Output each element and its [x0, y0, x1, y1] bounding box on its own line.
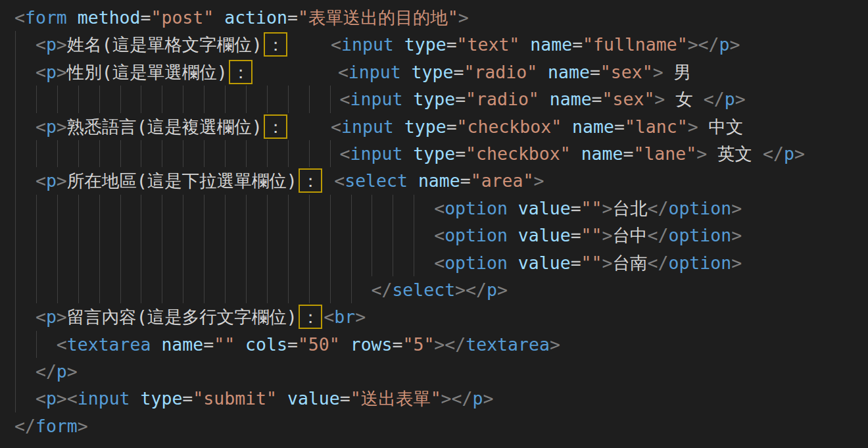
code-token-attr: name — [581, 143, 623, 164]
code-token-txt — [14, 334, 57, 355]
code-line[interactable]: <textarea name="" cols="50" rows="5"></t… — [14, 331, 868, 358]
code-token-eq: = — [614, 116, 625, 137]
code-token-attr: name — [418, 170, 460, 191]
code-line[interactable]: <input type="radio" name="sex"> 女 </p> — [14, 86, 868, 112]
indent-guide — [246, 86, 247, 112]
indent-guide — [36, 276, 37, 303]
indent-guide — [15, 222, 16, 249]
code-token-punc: </ — [14, 416, 36, 436]
code-token-punc: < — [434, 253, 445, 273]
code-token-punc: > — [550, 334, 560, 355]
code-token-punc: > — [483, 388, 493, 409]
code-token-txt — [571, 143, 581, 164]
code-token-punc: > — [57, 116, 67, 137]
indent-guide — [57, 140, 58, 167]
indent-guide — [15, 86, 16, 112]
code-token-punc: > — [731, 198, 742, 218]
indent-guide — [141, 86, 141, 112]
indent-guide — [351, 249, 352, 276]
code-token-str: "" — [581, 253, 602, 273]
code-token-eq: = — [460, 170, 471, 191]
code-line[interactable]: <option value="">台南</option> — [14, 249, 868, 276]
code-line[interactable]: </p> — [14, 358, 868, 385]
code-token-txt — [14, 170, 36, 191]
code-line[interactable]: <p>所在地區(這是下拉選單欄位)： <select name="area"> — [14, 167, 868, 194]
code-token-punc: < — [340, 89, 350, 109]
indent-guide — [225, 86, 226, 112]
indent-guide — [183, 195, 183, 222]
indent-guide — [267, 249, 268, 276]
code-line[interactable]: <option value="">台中</option> — [14, 222, 868, 249]
code-line[interactable]: <input type="checkbox" name="lane"> 英文 <… — [14, 140, 868, 167]
code-token-punc: ></ — [441, 388, 473, 409]
code-token-txt — [519, 34, 530, 55]
code-token-punc: ></ — [455, 280, 487, 300]
code-token-tag: p — [784, 143, 794, 164]
code-token-eq: = — [287, 334, 298, 355]
code-token-eq: = — [340, 388, 350, 409]
code-token-txt — [537, 62, 548, 82]
code-token-punc: < — [36, 170, 46, 191]
indent-guide — [183, 86, 183, 112]
indent-guide — [351, 222, 352, 249]
code-token-tag: option — [668, 253, 731, 273]
indent-guide — [330, 86, 331, 112]
indent-guide — [57, 222, 58, 249]
code-token-tag: br — [334, 307, 355, 327]
indent-guide — [15, 195, 16, 222]
code-token-tag: input — [350, 143, 403, 164]
code-token-str: "fullname" — [583, 34, 688, 55]
code-line[interactable]: <form method="post" action="表單送出的目的地"> — [14, 4, 868, 31]
code-token-punc: </ — [763, 143, 784, 164]
code-token-txt — [214, 7, 224, 28]
indent-guide — [120, 140, 121, 167]
indent-guide — [162, 276, 162, 303]
code-token-tag: form — [25, 7, 67, 28]
indent-guide — [330, 140, 331, 167]
code-token-punc: < — [57, 334, 67, 355]
code-token-txt — [539, 89, 550, 109]
code-token-attr: value — [518, 198, 571, 218]
indent-guide — [351, 276, 352, 303]
unicode-highlight-colon: ： — [264, 114, 288, 139]
indent-guide — [309, 222, 310, 249]
code-token-str: "5" — [402, 334, 434, 355]
code-token-punc: < — [434, 225, 445, 245]
code-line[interactable]: <p><input type="submit" value="送出表單"></p… — [14, 385, 868, 412]
code-line[interactable]: <option value="">台北</option> — [14, 195, 868, 222]
code-line[interactable]: </select></p> — [14, 276, 868, 303]
code-token-txt — [67, 7, 78, 28]
code-line[interactable]: <p>姓名(這是單格文字欄位)： <input type="text" name… — [14, 31, 868, 58]
code-token-str: "" — [214, 334, 235, 355]
code-token-punc: ></ — [434, 334, 466, 355]
code-token-punc: < — [334, 170, 345, 191]
code-token-txt — [402, 89, 413, 109]
code-line[interactable]: <p>性別(這是單選欄位)： <input type="radio" name=… — [14, 59, 868, 86]
code-token-txt — [401, 62, 412, 82]
code-token-txt — [14, 62, 36, 82]
code-token-punc: </ — [704, 89, 725, 109]
indent-guide — [267, 86, 268, 112]
indent-guide — [183, 222, 183, 249]
indent-guide — [15, 303, 16, 330]
indent-guide — [288, 276, 289, 303]
code-editor[interactable]: <form method="post" action="表單送出的目的地"> <… — [0, 0, 868, 448]
indent-guide — [183, 276, 183, 303]
code-token-eq: = — [455, 143, 466, 164]
code-token-txt — [14, 89, 340, 109]
code-token-punc: > — [731, 225, 742, 245]
code-token-punc: < — [36, 307, 46, 327]
code-token-attr: value — [518, 225, 571, 245]
code-line[interactable]: <p>留言內容(這是多行文字欄位)：<br> — [14, 303, 868, 330]
code-token-attr: type — [404, 116, 446, 137]
code-token-attr: name — [530, 34, 572, 55]
indent-guide — [225, 140, 226, 167]
code-token-punc: < — [36, 116, 46, 137]
code-line[interactable]: <p>熟悉語言(這是複選欄位)： <input type="checkbox" … — [14, 113, 868, 140]
indent-guide — [36, 222, 37, 249]
code-token-txt — [130, 388, 141, 409]
code-token-txt — [289, 116, 331, 137]
code-token-eq: = — [571, 225, 581, 245]
code-line[interactable]: </form> — [14, 412, 868, 439]
code-token-txt: 留言內容(這是多行文字欄位) — [67, 307, 297, 327]
